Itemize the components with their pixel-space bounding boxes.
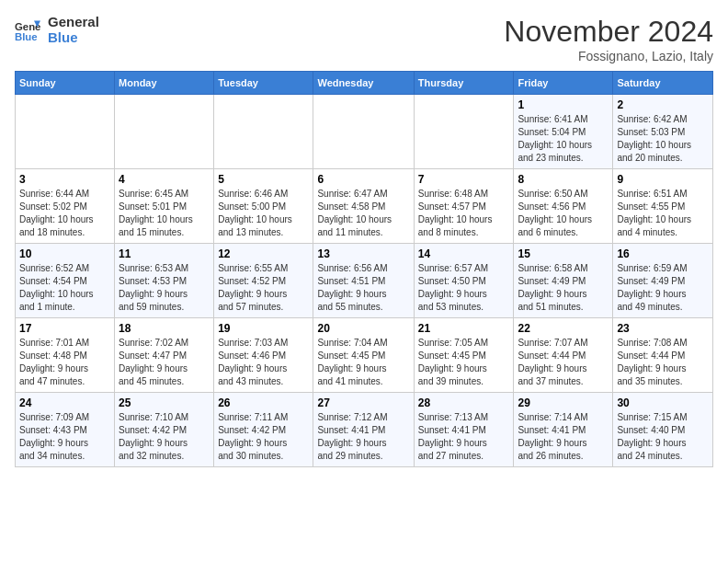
day-cell: 3Sunrise: 6:44 AMSunset: 5:02 PMDaylight… bbox=[16, 169, 115, 244]
day-cell: 4Sunrise: 6:45 AMSunset: 5:01 PMDaylight… bbox=[115, 169, 214, 244]
day-number: 27 bbox=[317, 396, 409, 409]
day-cell: 22Sunrise: 7:07 AMSunset: 4:44 PMDayligh… bbox=[514, 318, 613, 393]
day-cell bbox=[313, 95, 414, 169]
day-cell: 25Sunrise: 7:10 AMSunset: 4:42 PMDayligh… bbox=[115, 393, 214, 467]
day-cell: 20Sunrise: 7:04 AMSunset: 4:45 PMDayligh… bbox=[313, 318, 414, 393]
day-info: Sunrise: 6:53 AMSunset: 4:53 PMDaylight:… bbox=[119, 262, 210, 314]
weekday-header-thursday: Thursday bbox=[414, 72, 514, 95]
day-cell: 27Sunrise: 7:12 AMSunset: 4:41 PMDayligh… bbox=[313, 393, 414, 467]
day-info: Sunrise: 7:13 AMSunset: 4:41 PMDaylight:… bbox=[418, 411, 510, 463]
day-cell bbox=[115, 95, 214, 169]
day-cell: 15Sunrise: 6:58 AMSunset: 4:49 PMDayligh… bbox=[514, 244, 613, 318]
day-cell: 2Sunrise: 6:42 AMSunset: 5:03 PMDaylight… bbox=[613, 95, 713, 169]
calendar-table: SundayMondayTuesdayWednesdayThursdayFrid… bbox=[15, 71, 713, 467]
day-info: Sunrise: 6:48 AMSunset: 4:57 PMDaylight:… bbox=[418, 188, 510, 239]
day-info: Sunrise: 6:45 AMSunset: 5:01 PMDaylight:… bbox=[119, 188, 210, 239]
day-number: 30 bbox=[617, 396, 709, 409]
day-number: 7 bbox=[418, 173, 510, 186]
page-header: General Blue General Blue November 2024 … bbox=[15, 15, 713, 63]
weekday-header-saturday: Saturday bbox=[613, 72, 713, 95]
day-info: Sunrise: 7:14 AMSunset: 4:41 PMDaylight:… bbox=[518, 411, 609, 463]
day-number: 19 bbox=[218, 322, 309, 335]
day-cell: 10Sunrise: 6:52 AMSunset: 4:54 PMDayligh… bbox=[16, 244, 115, 318]
day-number: 23 bbox=[617, 322, 709, 335]
day-cell: 12Sunrise: 6:55 AMSunset: 4:52 PMDayligh… bbox=[214, 244, 313, 318]
day-number: 13 bbox=[317, 247, 409, 260]
day-number: 21 bbox=[418, 322, 510, 335]
day-cell: 18Sunrise: 7:02 AMSunset: 4:47 PMDayligh… bbox=[115, 318, 214, 393]
day-cell: 28Sunrise: 7:13 AMSunset: 4:41 PMDayligh… bbox=[414, 393, 514, 467]
day-number: 24 bbox=[19, 396, 110, 409]
weekday-row: SundayMondayTuesdayWednesdayThursdayFrid… bbox=[16, 72, 713, 95]
week-row-1: 1Sunrise: 6:41 AMSunset: 5:04 PMDaylight… bbox=[16, 95, 713, 169]
day-cell: 16Sunrise: 6:59 AMSunset: 4:49 PMDayligh… bbox=[613, 244, 713, 318]
day-number: 29 bbox=[518, 396, 609, 409]
day-number: 28 bbox=[418, 396, 510, 409]
day-info: Sunrise: 7:07 AMSunset: 4:44 PMDaylight:… bbox=[518, 337, 609, 388]
day-number: 4 bbox=[119, 173, 210, 186]
day-info: Sunrise: 6:57 AMSunset: 4:50 PMDaylight:… bbox=[418, 262, 510, 314]
calendar-header: SundayMondayTuesdayWednesdayThursdayFrid… bbox=[16, 72, 713, 95]
day-cell: 14Sunrise: 6:57 AMSunset: 4:50 PMDayligh… bbox=[414, 244, 514, 318]
day-info: Sunrise: 7:03 AMSunset: 4:46 PMDaylight:… bbox=[218, 337, 309, 388]
day-cell: 11Sunrise: 6:53 AMSunset: 4:53 PMDayligh… bbox=[115, 244, 214, 318]
day-cell bbox=[16, 95, 115, 169]
day-number: 18 bbox=[119, 322, 210, 335]
weekday-header-wednesday: Wednesday bbox=[313, 72, 414, 95]
day-cell bbox=[214, 95, 313, 169]
day-cell: 9Sunrise: 6:51 AMSunset: 4:55 PMDaylight… bbox=[613, 169, 713, 244]
day-info: Sunrise: 6:50 AMSunset: 4:56 PMDaylight:… bbox=[518, 188, 609, 239]
day-cell: 29Sunrise: 7:14 AMSunset: 4:41 PMDayligh… bbox=[514, 393, 613, 467]
day-info: Sunrise: 7:08 AMSunset: 4:44 PMDaylight:… bbox=[617, 337, 709, 388]
week-row-3: 10Sunrise: 6:52 AMSunset: 4:54 PMDayligh… bbox=[16, 244, 713, 318]
day-number: 15 bbox=[518, 247, 609, 260]
day-number: 6 bbox=[317, 173, 409, 186]
weekday-header-friday: Friday bbox=[514, 72, 613, 95]
day-info: Sunrise: 6:47 AMSunset: 4:58 PMDaylight:… bbox=[317, 188, 409, 239]
day-info: Sunrise: 6:58 AMSunset: 4:49 PMDaylight:… bbox=[518, 262, 609, 314]
location: Fossignano, Lazio, Italy bbox=[504, 49, 713, 63]
day-info: Sunrise: 7:15 AMSunset: 4:40 PMDaylight:… bbox=[617, 411, 709, 463]
logo-icon: General Blue bbox=[15, 17, 40, 43]
day-info: Sunrise: 6:59 AMSunset: 4:49 PMDaylight:… bbox=[617, 262, 709, 314]
day-number: 20 bbox=[317, 322, 409, 335]
day-number: 22 bbox=[518, 322, 609, 335]
day-cell: 24Sunrise: 7:09 AMSunset: 4:43 PMDayligh… bbox=[16, 393, 115, 467]
title-block: November 2024 Fossignano, Lazio, Italy bbox=[504, 15, 713, 63]
day-number: 9 bbox=[617, 173, 709, 186]
day-number: 12 bbox=[218, 247, 309, 260]
week-row-2: 3Sunrise: 6:44 AMSunset: 5:02 PMDaylight… bbox=[16, 169, 713, 244]
weekday-header-sunday: Sunday bbox=[16, 72, 115, 95]
day-info: Sunrise: 6:42 AMSunset: 5:03 PMDaylight:… bbox=[617, 113, 709, 165]
day-info: Sunrise: 7:05 AMSunset: 4:45 PMDaylight:… bbox=[418, 337, 510, 388]
day-number: 1 bbox=[518, 98, 609, 111]
day-info: Sunrise: 6:55 AMSunset: 4:52 PMDaylight:… bbox=[218, 262, 309, 314]
day-number: 2 bbox=[617, 98, 709, 111]
logo-line1: General bbox=[48, 15, 99, 30]
day-cell: 30Sunrise: 7:15 AMSunset: 4:40 PMDayligh… bbox=[613, 393, 713, 467]
day-info: Sunrise: 6:44 AMSunset: 5:02 PMDaylight:… bbox=[19, 188, 110, 239]
day-number: 10 bbox=[19, 247, 110, 260]
day-cell: 6Sunrise: 6:47 AMSunset: 4:58 PMDaylight… bbox=[313, 169, 414, 244]
day-info: Sunrise: 7:12 AMSunset: 4:41 PMDaylight:… bbox=[317, 411, 409, 463]
day-number: 5 bbox=[218, 173, 309, 186]
day-cell bbox=[414, 95, 514, 169]
day-number: 11 bbox=[119, 247, 210, 260]
day-cell: 5Sunrise: 6:46 AMSunset: 5:00 PMDaylight… bbox=[214, 169, 313, 244]
month-title: November 2024 bbox=[504, 15, 713, 49]
day-info: Sunrise: 6:46 AMSunset: 5:00 PMDaylight:… bbox=[218, 188, 309, 239]
logo: General Blue General Blue bbox=[15, 15, 99, 45]
weekday-header-tuesday: Tuesday bbox=[214, 72, 313, 95]
day-number: 8 bbox=[518, 173, 609, 186]
day-info: Sunrise: 7:11 AMSunset: 4:42 PMDaylight:… bbox=[218, 411, 309, 463]
day-number: 17 bbox=[19, 322, 110, 335]
svg-text:Blue: Blue bbox=[15, 31, 38, 42]
day-info: Sunrise: 7:04 AMSunset: 4:45 PMDaylight:… bbox=[317, 337, 409, 388]
week-row-5: 24Sunrise: 7:09 AMSunset: 4:43 PMDayligh… bbox=[16, 393, 713, 467]
day-info: Sunrise: 7:01 AMSunset: 4:48 PMDaylight:… bbox=[19, 337, 110, 388]
weekday-header-monday: Monday bbox=[115, 72, 214, 95]
day-cell: 17Sunrise: 7:01 AMSunset: 4:48 PMDayligh… bbox=[16, 318, 115, 393]
day-number: 16 bbox=[617, 247, 709, 260]
day-cell: 19Sunrise: 7:03 AMSunset: 4:46 PMDayligh… bbox=[214, 318, 313, 393]
day-info: Sunrise: 6:56 AMSunset: 4:51 PMDaylight:… bbox=[317, 262, 409, 314]
